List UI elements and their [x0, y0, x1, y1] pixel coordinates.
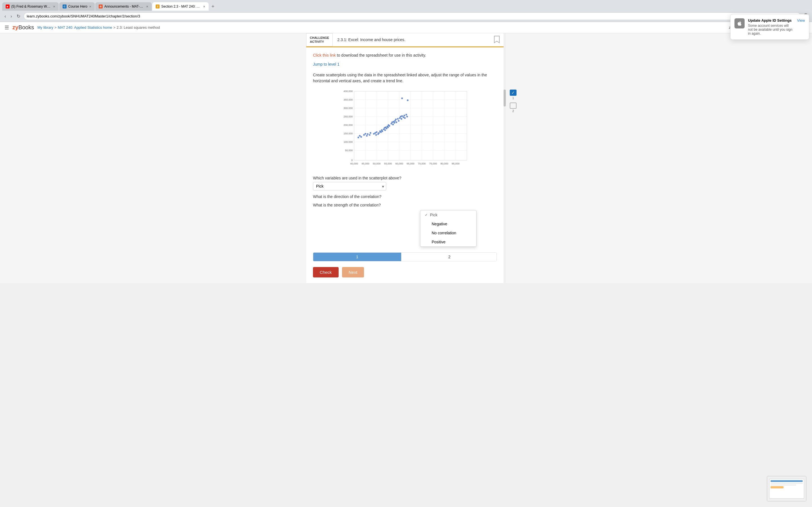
tab-announcements-title: Announcements - MAT-240-J...	[104, 4, 144, 8]
hamburger-menu[interactable]: ☰	[4, 24, 9, 31]
tab-announcements[interactable]: B Announcements - MAT-240-J... ✕	[95, 2, 152, 11]
app-header: ☰ zyBooks My library > MAT 240: Applied …	[0, 22, 812, 33]
level-2-empty[interactable]	[510, 103, 516, 109]
level-1-check[interactable]: ✓	[510, 90, 516, 96]
progress-segment-2[interactable]: 2	[402, 252, 497, 261]
progress-label-1: 1	[356, 255, 358, 259]
svg-text:85,000: 85,000	[452, 162, 460, 165]
svg-text:200,000: 200,000	[343, 124, 353, 126]
question4-label: What is the strength of the correlation?	[313, 203, 497, 207]
content-body: Click this link to download the spreadsh…	[306, 47, 504, 283]
svg-point-65	[387, 126, 389, 128]
forward-button[interactable]: ›	[9, 13, 13, 20]
svg-point-80	[401, 118, 402, 120]
tab-coursehero[interactable]: C Course Hero ✕	[59, 2, 95, 11]
svg-point-82	[403, 116, 404, 118]
question4-group: What is the strength of the correlation?	[313, 203, 497, 207]
check-button[interactable]: Check	[313, 267, 339, 277]
progress-label-2: 2	[448, 255, 451, 259]
tab-zybooks-title: Section 2.3 - MAT 240: Applie...	[161, 4, 201, 8]
dropdown-negative-label: Negative	[432, 222, 447, 226]
scrollbar[interactable]	[504, 33, 506, 283]
svg-text:40,000: 40,000	[350, 162, 358, 165]
svg-text:300,000: 300,000	[343, 107, 353, 110]
svg-text:80,000: 80,000	[441, 162, 448, 165]
new-tab-button[interactable]: +	[209, 3, 217, 11]
dropdown-no-correlation[interactable]: No correlation	[420, 228, 476, 237]
svg-point-58	[382, 130, 383, 132]
svg-point-72	[394, 122, 395, 124]
svg-point-52	[376, 131, 377, 133]
tab-zybooks[interactable]: Z Section 2.3 - MAT 240: Applie... ✕	[152, 2, 209, 11]
svg-text:250,000: 250,000	[343, 115, 353, 118]
svg-point-84	[404, 117, 406, 119]
svg-point-42	[360, 136, 362, 138]
variables-select[interactable]: Pick	[313, 182, 386, 190]
tab-coursehero-close[interactable]: ✕	[89, 5, 91, 8]
content-area: CHALLENGE ACTIVITY 2.3.1: Excel: Income …	[306, 33, 504, 283]
svg-point-45	[366, 135, 368, 136]
svg-point-87	[401, 98, 403, 99]
dropdown-negative[interactable]: Negative	[420, 219, 476, 228]
next-button[interactable]: Next	[342, 267, 364, 277]
notification-body: Some account services will not be availa…	[748, 24, 794, 36]
address-input[interactable]	[24, 12, 801, 20]
svg-point-75	[396, 121, 397, 123]
question-create-scatterplots: Create scatterplots using the data in th…	[313, 72, 497, 84]
notification-view-link[interactable]: View	[797, 18, 805, 22]
svg-point-76	[397, 118, 399, 120]
button-row: Check Next	[313, 267, 497, 277]
notification-content: Update Apple ID Settings Some account se…	[748, 18, 794, 36]
tab-coursehero-title: Course Hero	[68, 4, 87, 8]
level-badge-2: 2	[509, 103, 518, 113]
notification-apple-icon	[734, 18, 745, 29]
dropdown-positive-label: Positive	[432, 240, 446, 244]
svg-point-67	[389, 125, 390, 127]
svg-point-46	[367, 133, 368, 135]
progress-section: 1 2	[313, 252, 497, 262]
svg-point-41	[359, 135, 361, 136]
svg-text:55,000: 55,000	[384, 162, 392, 165]
question2-label: Which variables are used in the scatterp…	[313, 176, 497, 180]
svg-point-77	[398, 120, 400, 122]
breadcrumb: My library > MAT 240: Applied Statistics…	[38, 25, 160, 30]
svg-text:50,000: 50,000	[345, 149, 353, 152]
progress-segment-1[interactable]: 1	[313, 252, 401, 261]
challenge-label: CHALLENGE ACTIVITY	[306, 33, 333, 47]
zybooks-logo: zyBooks	[12, 24, 34, 31]
svg-text:150,000: 150,000	[343, 132, 353, 135]
svg-point-49	[373, 133, 375, 135]
main-content: CHALLENGE ACTIVITY 2.3.1: Excel: Income …	[0, 33, 812, 283]
svg-point-44	[364, 133, 366, 135]
tab-youtube[interactable]: ▶ (5) Fred & Rosemary West And... ✕	[2, 2, 59, 11]
tab-zybooks-close[interactable]: ✕	[203, 5, 205, 8]
click-link[interactable]: Click this link	[313, 53, 336, 57]
breadcrumb-library[interactable]: My library	[38, 25, 53, 30]
svg-point-86	[406, 116, 408, 117]
svg-point-59	[383, 128, 385, 130]
svg-point-56	[380, 131, 382, 133]
tab-announcements-close[interactable]: ✕	[146, 5, 148, 8]
svg-point-78	[399, 117, 401, 119]
dropdown-pick[interactable]: ✓ Pick	[420, 210, 476, 219]
svg-point-83	[403, 115, 405, 116]
dropdown-positive[interactable]: Positive	[420, 237, 476, 246]
svg-point-48	[370, 132, 371, 134]
download-text: Click this link to download the spreadsh…	[313, 53, 497, 57]
svg-point-63	[386, 128, 388, 129]
svg-point-68	[391, 123, 392, 124]
jump-to-level[interactable]: Jump to level 1	[313, 62, 497, 66]
dropdown-pick-label: Pick	[430, 213, 437, 217]
level-1-num: 1	[512, 96, 514, 100]
checkmark-icon: ✓	[425, 213, 428, 217]
tab-youtube-close[interactable]: ✕	[53, 5, 55, 8]
progress-bar: 1 2	[313, 252, 497, 262]
challenge-title: 2.3.1: Excel: Income and house prices.	[333, 35, 493, 44]
reload-button[interactable]: ↻	[15, 12, 21, 20]
bookmark-icon[interactable]	[493, 36, 500, 44]
svg-point-70	[392, 124, 394, 125]
question2-group: Which variables are used in the scatterp…	[313, 176, 497, 190]
back-button[interactable]: ‹	[3, 13, 7, 20]
breadcrumb-course[interactable]: MAT 240: Applied Statistics home	[58, 25, 112, 30]
dropdown-no-correlation-label: No correlation	[432, 231, 456, 235]
